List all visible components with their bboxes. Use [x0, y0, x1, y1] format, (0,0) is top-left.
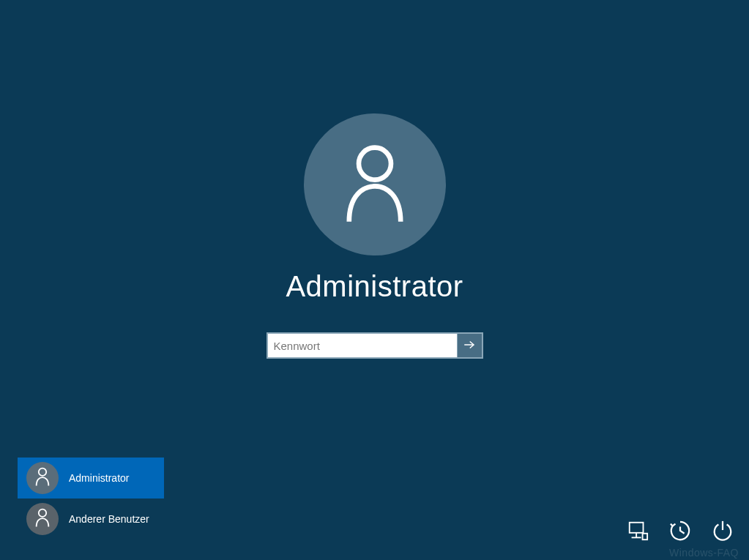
user-list: Administrator Anderer Benutzer — [18, 458, 164, 540]
arrow-right-icon — [463, 338, 476, 354]
user-avatar-small — [26, 503, 59, 535]
system-buttons — [625, 519, 736, 545]
watermark: Windows-FAQ — [669, 547, 739, 559]
login-center: Administrator — [267, 113, 483, 359]
user-avatar-large — [304, 113, 446, 255]
selected-username: Administrator — [286, 270, 463, 303]
person-icon — [34, 508, 51, 530]
person-icon — [34, 467, 51, 489]
user-item-other-user[interactable]: Anderer Benutzer — [18, 499, 164, 540]
ease-of-access-icon — [669, 520, 691, 545]
network-button[interactable] — [625, 519, 651, 545]
user-item-label: Anderer Benutzer — [69, 513, 149, 525]
svg-point-3 — [39, 509, 46, 517]
power-icon — [712, 520, 734, 545]
password-row — [267, 332, 483, 359]
user-item-administrator[interactable]: Administrator — [18, 458, 164, 499]
svg-point-2 — [39, 468, 46, 476]
ease-of-access-button[interactable] — [667, 519, 693, 545]
svg-point-0 — [359, 148, 391, 180]
network-icon — [627, 520, 649, 545]
svg-rect-7 — [643, 534, 648, 540]
person-icon — [342, 143, 408, 226]
power-button[interactable] — [709, 519, 736, 545]
user-avatar-small — [26, 462, 59, 494]
submit-button[interactable] — [457, 334, 482, 357]
password-input[interactable] — [268, 334, 457, 357]
svg-rect-4 — [630, 523, 644, 533]
user-item-label: Administrator — [69, 472, 129, 484]
